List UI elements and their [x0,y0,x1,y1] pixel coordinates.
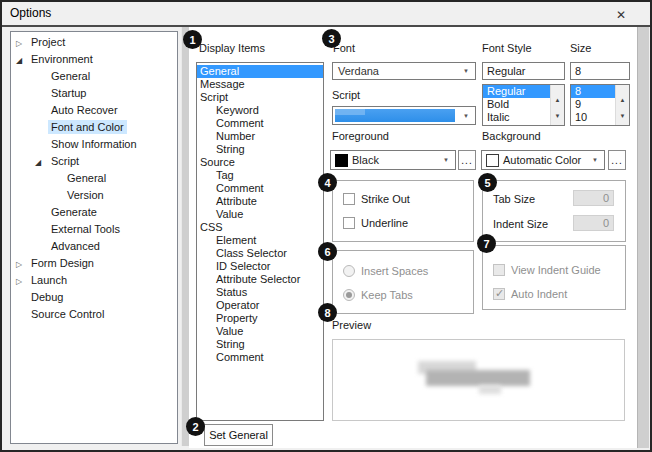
scroll-down-icon[interactable] [616,104,629,122]
foreground-label: Foreground [332,130,389,142]
display-item[interactable]: Element [197,234,323,247]
white-color-swatch [486,154,499,167]
tab-size-group: Tab Size 0 Indent Size 0 [482,180,626,242]
underline-checkbox[interactable] [343,217,355,229]
tab-size-field[interactable]: 0 [573,190,614,206]
expander-collapsed-icon[interactable] [16,255,22,273]
expander-collapsed-icon[interactable] [16,34,22,52]
tree-item-environment[interactable]: Environment [11,51,177,68]
tree-items: Project Environment General Startup Auto… [11,34,177,323]
dropdown-arrow-icon[interactable] [588,151,602,169]
close-button[interactable] [608,4,634,24]
font-style-option[interactable]: Bold [483,98,551,111]
size-option[interactable]: 9 [571,98,616,111]
font-style-option[interactable]: Regular [483,85,551,98]
strike-out-checkbox[interactable] [343,193,355,205]
display-item[interactable]: String [197,338,323,351]
tree-item-env-advanced[interactable]: Advanced [11,238,177,255]
auto-indent-checkbox[interactable] [493,288,505,300]
font-style-option[interactable]: Italic [483,111,551,124]
tree-item-env-external-tools[interactable]: External Tools [11,221,177,238]
tree-item-script-general[interactable]: General [11,170,177,187]
size-option[interactable]: 8 [571,85,616,98]
background-select[interactable]: Automatic Color [481,150,605,170]
font-style-value: Regular [487,63,526,79]
title-bar[interactable]: Options [2,2,650,27]
size-label: Size [570,42,591,54]
display-item[interactable]: Status [197,286,323,299]
display-item[interactable]: CSS [197,221,323,234]
size-option[interactable]: 10 [571,111,616,124]
tree-item-source-control[interactable]: Source Control [11,306,177,323]
set-general-button[interactable]: Set General [204,424,273,446]
font-style-input[interactable]: Regular [482,62,565,80]
display-item[interactable]: Comment [197,182,323,195]
script-select[interactable] [332,106,476,125]
size-list[interactable]: 8 9 10 [570,84,630,126]
display-items-list[interactable]: General Message Script Keyword Comment N… [196,62,324,421]
display-item[interactable]: ID Selector [197,260,323,273]
expander-collapsed-icon[interactable] [16,272,22,290]
auto-indent-row: Auto Indent [493,287,567,301]
display-item[interactable]: Value [197,325,323,338]
strike-out-row: Strike Out [343,192,410,206]
tree-item-form-design[interactable]: Form Design [11,255,177,272]
tree-item-debug[interactable]: Debug [11,289,177,306]
indent-size-field[interactable]: 0 [573,215,614,231]
dropdown-arrow-icon[interactable] [459,107,473,124]
background-value: Automatic Color [503,151,581,169]
screenshot: Options Project Environment General Star… [0,0,652,452]
dropdown-arrow-icon[interactable] [459,63,473,79]
display-item[interactable]: Source [197,156,323,169]
keep-tabs-radio[interactable] [343,289,355,301]
display-item[interactable]: Class Selector [197,247,323,260]
vertical-scrollbar[interactable] [637,27,649,448]
tree-item-launch[interactable]: Launch [11,272,177,289]
display-item[interactable]: Attribute [197,195,323,208]
tree-item-env-auto-recover[interactable]: Auto Recover [11,102,177,119]
display-item[interactable]: Message [197,78,323,91]
tree-item-env-show-information[interactable]: Show Information [11,136,177,153]
scroll-down-icon[interactable] [551,104,564,122]
tree-item-project[interactable]: Project [11,34,177,51]
tree-item-env-font-and-color[interactable]: Font and Color [11,119,177,136]
indent-size-label: Indent Size [493,218,548,230]
display-item[interactable]: Tag [197,169,323,182]
display-item[interactable]: Property [197,312,323,325]
display-item[interactable]: General [197,65,323,78]
scrollbar[interactable] [615,85,629,125]
tree-item-env-general[interactable]: General [11,68,177,85]
background-more-button[interactable]: ... [608,150,626,170]
effects-group: Strike Out Underline [332,180,474,242]
display-item[interactable]: Number [197,130,323,143]
tree-item-script-version[interactable]: Version [11,187,177,204]
foreground-select[interactable]: Black [330,150,456,170]
display-item[interactable]: Comment [197,351,323,364]
font-style-list[interactable]: Regular Bold Italic [482,84,565,126]
tree-item-env-script[interactable]: Script [11,153,177,170]
foreground-more-button[interactable]: ... [458,150,476,170]
tree-item-env-startup[interactable]: Startup [11,85,177,102]
display-item[interactable]: Value [197,208,323,221]
display-item[interactable]: String [197,143,323,156]
callout-1: 1 [183,30,202,49]
callout-7: 7 [477,234,496,253]
size-input[interactable]: 8 [570,62,630,80]
expander-expanded-icon[interactable] [35,153,41,171]
display-item[interactable]: Comment [197,117,323,130]
font-style-label: Font Style [482,42,532,54]
background-label: Background [482,130,541,142]
scrollbar[interactable] [550,85,564,125]
redacted-preview-text [479,385,501,394]
insert-spaces-radio[interactable] [343,265,355,277]
font-select[interactable]: Verdana [332,62,476,80]
display-item[interactable]: Operator [197,299,323,312]
tree-item-env-generate[interactable]: Generate [11,204,177,221]
size-value: 8 [575,63,581,79]
display-item[interactable]: Attribute Selector [197,273,323,286]
dropdown-arrow-icon[interactable] [439,151,453,169]
display-item[interactable]: Script [197,91,323,104]
display-item[interactable]: Keyword [197,104,323,117]
view-indent-guide-checkbox[interactable] [493,264,505,276]
expander-expanded-icon[interactable] [16,51,22,69]
